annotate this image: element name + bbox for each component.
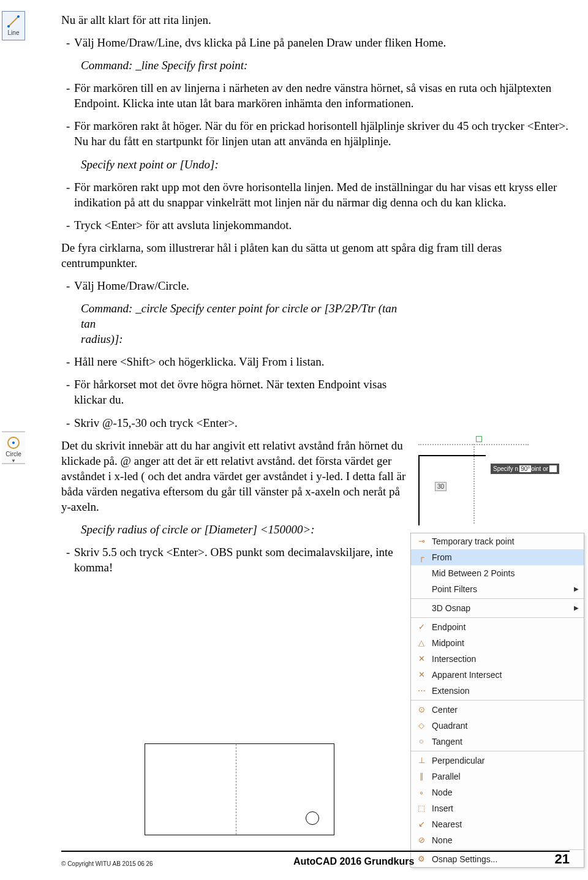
- menu-item-none[interactable]: ⊘None: [411, 832, 584, 848]
- line-tool-label: Line: [2, 29, 24, 37]
- command-text: radius)]:: [61, 331, 410, 347]
- body-text: Tryck <Enter> för att avsluta linjekomma…: [61, 217, 570, 233]
- nearest-icon: ↙: [415, 819, 428, 829]
- menu-item-temporary-track-point[interactable]: ⊸Temporary track point: [411, 533, 584, 549]
- body-text: För markören rakt upp mot den övre horis…: [61, 179, 570, 210]
- svg-line-0: [9, 17, 18, 26]
- page-footer: © Copyright WITU AB 2015 06 26 AutoCAD 2…: [61, 850, 570, 868]
- menu-item-node[interactable]: ∘Node: [411, 784, 584, 800]
- svg-point-1: [7, 25, 10, 28]
- doc-title: AutoCAD 2016 Grundkurs: [293, 855, 414, 868]
- midpoint-icon: △: [415, 637, 428, 648]
- menu-item-label: Center: [428, 704, 579, 715]
- body-text: Det du skrivit innebär att du har angivi…: [61, 438, 410, 514]
- menu-item-mid-between-2-points[interactable]: Mid Between 2 Points: [411, 565, 584, 581]
- drawing-figure-top: 30 Specify n90°oint or: [412, 432, 585, 527]
- command-text: Specify radius of circle or [Diameter] <…: [61, 522, 410, 537]
- menu-item-quadrant[interactable]: ◇Quadrant: [411, 718, 584, 734]
- none-icon: ⊘: [415, 835, 428, 845]
- line-icon: [6, 14, 21, 29]
- menu-item-label: Node: [428, 787, 579, 798]
- body-text: Välj Home/Draw/Circle.: [61, 278, 570, 293]
- menu-item-endpoint[interactable]: ✓Endpoint: [411, 619, 584, 635]
- menu-item-perpendicular[interactable]: ⊥Perpendicular: [411, 753, 584, 769]
- temporary-track-point-icon: ⊸: [415, 536, 428, 546]
- circle-tool-label: Circle: [2, 450, 25, 458]
- copyright-text: © Copyright WITU AB 2015 06 26: [61, 860, 153, 868]
- menu-item-label: Midpoint: [428, 637, 579, 649]
- submenu-arrow-icon: ▶: [574, 604, 579, 612]
- parallel-icon: ∥: [415, 771, 428, 781]
- circle-tool-icon: Circle ▼: [2, 431, 25, 464]
- menu-item-intersection[interactable]: ✕Intersection: [411, 651, 584, 667]
- line-tool-icon: Line: [2, 11, 25, 40]
- menu-item-label: None: [428, 835, 579, 846]
- body-text: De fyra cirklarna, som illustrerar hål i…: [61, 240, 570, 271]
- osnap-context-menu[interactable]: ⊸Temporary track point┌FromMid Between 2…: [410, 533, 584, 868]
- menu-item-label: From: [428, 552, 579, 563]
- body-text: För hårkorset mot det övre högra hörnet.…: [61, 377, 410, 407]
- menu-item-label: Perpendicular: [428, 755, 579, 766]
- body-text: Nu är allt klart för att rita linjen.: [61, 12, 570, 28]
- menu-item-label: Intersection: [428, 653, 579, 664]
- menu-item-apparent-intersect[interactable]: ✕Apparent Intersect: [411, 667, 584, 683]
- menu-item-label: Quadrant: [428, 720, 579, 731]
- intersection-icon: ✕: [415, 653, 428, 664]
- submenu-arrow-icon: ▶: [574, 585, 579, 593]
- apparent-intersect-icon: ✕: [415, 669, 428, 680]
- endpoint-icon: ✓: [415, 622, 428, 632]
- command-text: Command: _line Specify first point:: [61, 58, 570, 73]
- menu-item-parallel[interactable]: ∥Parallel: [411, 769, 584, 784]
- menu-item-label: Nearest: [428, 819, 579, 830]
- menu-item-midpoint[interactable]: △Midpoint: [411, 635, 584, 651]
- circle-shape: [306, 811, 319, 825]
- menu-item-3d-osnap[interactable]: 3D Osnap▶: [411, 600, 584, 616]
- menu-item-from[interactable]: ┌From: [411, 549, 584, 565]
- svg-point-4: [12, 442, 15, 444]
- quadrant-icon: ◇: [415, 720, 428, 731]
- body-text: Skriv 5.5 och tryck <Enter>. OBS punkt s…: [61, 544, 410, 575]
- center-icon: ⊙: [415, 704, 428, 715]
- menu-item-label: Parallel: [428, 771, 579, 782]
- body-text: Håll nere <Shift> och högerklicka. Välj …: [61, 354, 410, 369]
- menu-item-label: Endpoint: [428, 622, 579, 633]
- menu-item-label: Tangent: [428, 736, 579, 747]
- menu-item-label: Insert: [428, 803, 579, 814]
- menu-item-tangent[interactable]: ○Tangent: [411, 734, 584, 750]
- tangent-icon: ○: [415, 736, 428, 746]
- page-number: 21: [555, 850, 570, 868]
- menu-item-extension[interactable]: ⋯Extension: [411, 683, 584, 699]
- menu-item-label: Apparent Intersect: [428, 669, 579, 680]
- snap-marker-icon: [476, 436, 482, 442]
- body-text: Skriv @-15,-30 och tryck <Enter>.: [61, 415, 410, 431]
- dropdown-arrow-icon: ▼: [2, 458, 25, 465]
- body-text: För markören rakt åt höger. När du för e…: [61, 118, 570, 149]
- svg-point-2: [17, 15, 20, 18]
- body-text: För markören till en av linjerna i närhe…: [61, 80, 570, 111]
- command-text: Specify next point or [Undo]:: [61, 157, 570, 172]
- extension-icon: ⋯: [415, 685, 428, 696]
- node-icon: ∘: [415, 787, 428, 797]
- menu-item-nearest[interactable]: ↙Nearest: [411, 816, 584, 832]
- menu-item-label: Extension: [428, 685, 579, 696]
- menu-item-label: Mid Between 2 Points: [428, 568, 579, 579]
- perpendicular-icon: ⊥: [415, 755, 428, 765]
- menu-item-label: Point Filters: [428, 584, 574, 595]
- insert-icon: ⬚: [415, 803, 428, 813]
- circle-icon: [6, 435, 21, 450]
- body-text: Välj Home/Draw/Line, dvs klicka på Line …: [61, 35, 570, 50]
- from-icon: ┌: [415, 552, 428, 562]
- menu-item-label: 3D Osnap: [428, 603, 574, 614]
- menu-item-label: Temporary track point: [428, 536, 579, 547]
- menu-item-point-filters[interactable]: Point Filters▶: [411, 581, 584, 597]
- dimension-label: 30: [435, 482, 447, 491]
- menu-item-insert[interactable]: ⬚Insert: [411, 800, 584, 816]
- menu-item-center[interactable]: ⊙Center: [411, 702, 584, 718]
- drawing-figure-bottom: [145, 743, 334, 835]
- coordinate-tooltip: Specify n90°oint or: [491, 464, 559, 474]
- command-text: Command: _circle Specify center point fo…: [61, 301, 410, 331]
